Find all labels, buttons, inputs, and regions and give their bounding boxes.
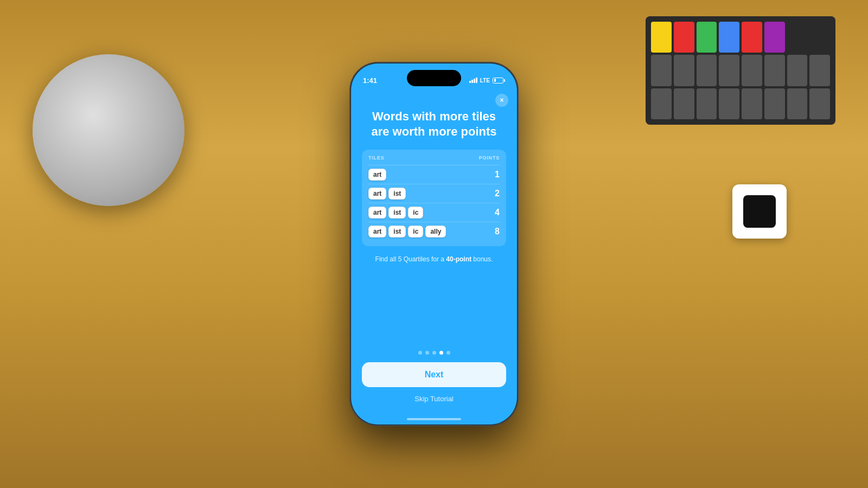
battery-icon bbox=[493, 78, 505, 84]
key-dark2 bbox=[674, 55, 694, 86]
skip-tutorial-button[interactable]: Skip Tutorial bbox=[362, 393, 506, 405]
status-time: 1:41 bbox=[363, 76, 377, 85]
key-dark11 bbox=[697, 88, 717, 119]
keyboard-decoration bbox=[646, 16, 835, 125]
table-header: TILES POINTS bbox=[368, 155, 500, 160]
tiles-group-3: art ist ic bbox=[368, 207, 423, 219]
key-purple bbox=[764, 22, 785, 53]
key-dark10 bbox=[674, 88, 694, 119]
dot-3 bbox=[432, 351, 436, 355]
spacer bbox=[362, 264, 506, 351]
tile-art-3: art bbox=[368, 207, 386, 219]
tile-ic-4: ic bbox=[408, 226, 423, 237]
home-indicator bbox=[351, 414, 517, 425]
key-yellow bbox=[651, 22, 672, 53]
main-heading: Words with more tiles are worth more poi… bbox=[362, 109, 506, 139]
tile-ally-4: ally bbox=[425, 226, 446, 237]
col-points-label: POINTS bbox=[479, 155, 500, 160]
word-tiles-table: TILES POINTS art 1 art ist 2 bbox=[362, 150, 506, 246]
phone-content: Words with more tiles are worth more poi… bbox=[351, 92, 517, 414]
table-row: art ist 2 bbox=[368, 184, 500, 203]
key-red2 bbox=[742, 22, 762, 53]
tile-art-4: art bbox=[368, 226, 386, 237]
key-red bbox=[674, 22, 694, 53]
key-dark4 bbox=[719, 55, 739, 86]
points-2: 2 bbox=[495, 189, 500, 198]
key-dark7 bbox=[787, 55, 808, 86]
tile-ist-3: ist bbox=[388, 207, 406, 219]
key-dark14 bbox=[764, 88, 785, 119]
airpod-inside bbox=[743, 195, 776, 228]
left-device-decoration bbox=[33, 54, 184, 206]
key-dark8 bbox=[809, 55, 830, 86]
key-dark3 bbox=[697, 55, 717, 86]
table-row: art ist ic 4 bbox=[368, 203, 500, 222]
dot-5 bbox=[446, 351, 450, 355]
key-dark15 bbox=[787, 88, 808, 119]
key-green bbox=[697, 22, 717, 53]
tiles-group-4: art ist ic ally bbox=[368, 226, 446, 237]
tile-ist-2: ist bbox=[388, 188, 406, 200]
table-row: art 1 bbox=[368, 165, 500, 184]
key-dark1 bbox=[651, 55, 672, 86]
key-dark6 bbox=[764, 55, 785, 86]
close-button[interactable]: × bbox=[495, 94, 508, 107]
status-icons: LTE bbox=[469, 78, 505, 84]
signal-icon bbox=[469, 78, 477, 83]
bonus-text: Find all 5 Quartiles for a 40-point bonu… bbox=[362, 255, 506, 264]
tiles-group-2: art ist bbox=[368, 188, 406, 200]
key-dark12 bbox=[719, 88, 739, 119]
bonus-suffix: bonus. bbox=[471, 255, 493, 263]
key-dark5 bbox=[742, 55, 762, 86]
key-dark9 bbox=[651, 88, 672, 119]
phone-frame: 1:41 LTE × Words wi bbox=[350, 62, 518, 426]
key-dark13 bbox=[742, 88, 762, 119]
points-3: 4 bbox=[495, 208, 500, 217]
points-4: 8 bbox=[495, 227, 500, 236]
next-button[interactable]: Next bbox=[362, 362, 506, 387]
dynamic-island bbox=[407, 70, 461, 86]
bonus-prefix: Find all 5 Quartiles for a bbox=[375, 255, 446, 263]
tile-ist-4: ist bbox=[388, 226, 406, 237]
phone-screen: 1:41 LTE × Words wi bbox=[351, 63, 517, 425]
bonus-number: 40-point bbox=[446, 255, 471, 263]
tile-art-2: art bbox=[368, 188, 386, 200]
dot-4-active bbox=[439, 351, 443, 355]
key-dark16 bbox=[809, 88, 830, 119]
col-tiles-label: TILES bbox=[368, 155, 385, 160]
key-blue bbox=[719, 22, 739, 53]
tile-ic-3: ic bbox=[408, 207, 423, 219]
lte-label: LTE bbox=[480, 78, 490, 84]
dot-1 bbox=[418, 351, 422, 355]
home-bar bbox=[407, 418, 461, 420]
tile-art-1: art bbox=[368, 169, 386, 181]
dot-2 bbox=[425, 351, 429, 355]
points-1: 1 bbox=[495, 170, 500, 179]
pagination-dots bbox=[362, 351, 506, 355]
airpods-case-decoration bbox=[732, 184, 787, 239]
tiles-group-1: art bbox=[368, 169, 386, 181]
table-row: art ist ic ally 8 bbox=[368, 222, 500, 241]
